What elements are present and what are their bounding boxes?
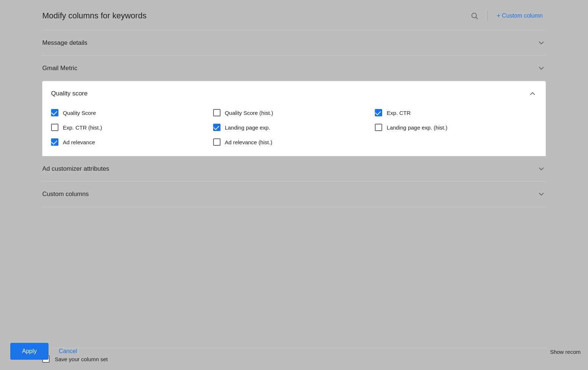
- checkbox-exp-ctr-box[interactable]: [375, 109, 382, 116]
- chevron-down-icon-3: [537, 164, 546, 173]
- apply-button[interactable]: Apply: [10, 343, 49, 360]
- section-ad-customizer-header[interactable]: Ad customizer attributes: [42, 156, 546, 181]
- section-quality-score-header[interactable]: Quality score: [42, 81, 546, 106]
- search-button[interactable]: [467, 9, 481, 23]
- dialog-overlay: Modify columns for keywords + Custom col…: [0, 0, 588, 370]
- checkbox-exp-ctr-hist[interactable]: Exp. CTR (hist.): [51, 124, 213, 131]
- checkbox-quality-score-box[interactable]: [51, 109, 58, 116]
- header-actions: + Custom column: [467, 9, 546, 23]
- chevron-down-icon-2: [537, 64, 546, 73]
- section-gmail-metric-title: Gmail Metric: [42, 65, 77, 72]
- checkbox-exp-ctr-label: Exp. CTR: [387, 110, 410, 116]
- checkbox-quality-score-hist-box[interactable]: [213, 109, 220, 116]
- svg-line-1: [476, 17, 477, 19]
- checkbox-exp-ctr-hist-label: Exp. CTR (hist.): [63, 124, 102, 131]
- main-content: Message details Gmail Metric: [42, 30, 546, 348]
- section-ad-customizer-title: Ad customizer attributes: [42, 165, 109, 173]
- sections-wrap: Message details Gmail Metric: [42, 30, 546, 207]
- checkbox-quality-score-hist[interactable]: Quality Score (hist.): [213, 109, 375, 116]
- checkbox-landing-page-exp-label: Landing page exp.: [225, 124, 270, 131]
- quality-score-content: Quality Score Quality Score (hist.) Exp.…: [42, 106, 546, 156]
- dialog-footer: Save your column set Show recom: [42, 348, 546, 370]
- checkbox-ad-relevance-label: Ad relevance: [63, 139, 95, 145]
- section-ad-customizer: Ad customizer attributes: [42, 156, 546, 182]
- show-recom-area: Show recom: [550, 349, 581, 355]
- checkbox-ad-relevance[interactable]: Ad relevance: [51, 138, 213, 146]
- dialog-header: Modify columns for keywords + Custom col…: [42, 0, 546, 30]
- checkbox-landing-page-exp[interactable]: Landing page exp.: [213, 124, 375, 131]
- show-recom-label: Show recom: [550, 349, 581, 355]
- plus-icon: +: [496, 12, 501, 20]
- checkbox-quality-score-label: Quality Score: [63, 110, 96, 116]
- header-divider: [487, 11, 488, 21]
- section-gmail-metric: Gmail Metric: [42, 56, 546, 81]
- quality-score-grid: Quality Score Quality Score (hist.) Exp.…: [51, 109, 537, 146]
- checkbox-exp-ctr-hist-box[interactable]: [51, 124, 58, 131]
- section-custom-columns-title: Custom columns: [42, 191, 89, 198]
- section-quality-score-title: Quality score: [51, 90, 87, 97]
- chevron-up-icon: [528, 89, 537, 98]
- checkbox-landing-page-exp-hist[interactable]: Landing page exp. (hist.): [375, 124, 537, 131]
- checkbox-ad-relevance-hist-label: Ad relevance (hist.): [225, 139, 272, 145]
- checkbox-quality-score-hist-label: Quality Score (hist.): [225, 110, 273, 116]
- custom-column-label: Custom column: [502, 12, 543, 19]
- checkbox-landing-page-exp-box[interactable]: [213, 124, 220, 131]
- section-custom-columns: Custom columns: [42, 182, 546, 207]
- section-custom-columns-header[interactable]: Custom columns: [42, 182, 546, 207]
- checkbox-ad-relevance-hist-box[interactable]: [213, 138, 220, 146]
- cancel-button[interactable]: Cancel: [54, 343, 82, 360]
- checkbox-landing-page-exp-hist-label: Landing page exp. (hist.): [387, 124, 447, 131]
- checkbox-ad-relevance-box[interactable]: [51, 138, 58, 146]
- section-message-details: Message details: [42, 30, 546, 56]
- checkbox-ad-relevance-hist[interactable]: Ad relevance (hist.): [213, 138, 375, 146]
- section-message-details-header[interactable]: Message details: [42, 30, 546, 55]
- search-icon: [470, 12, 478, 20]
- chevron-down-icon: [537, 39, 546, 47]
- section-gmail-metric-header[interactable]: Gmail Metric: [42, 56, 546, 81]
- footer-buttons: Apply Cancel: [10, 343, 82, 360]
- chevron-down-icon-4: [537, 190, 546, 199]
- section-message-details-title: Message details: [42, 39, 87, 47]
- checkbox-quality-score[interactable]: Quality Score: [51, 109, 213, 116]
- dialog-container: Modify columns for keywords + Custom col…: [42, 0, 546, 370]
- section-quality-score: Quality score Quality Score: [42, 81, 546, 156]
- dialog-title: Modify columns for keywords: [42, 11, 147, 21]
- checkbox-landing-page-exp-hist-box[interactable]: [375, 124, 382, 131]
- checkbox-exp-ctr[interactable]: Exp. CTR: [375, 109, 537, 116]
- custom-column-button[interactable]: + Custom column: [494, 9, 546, 23]
